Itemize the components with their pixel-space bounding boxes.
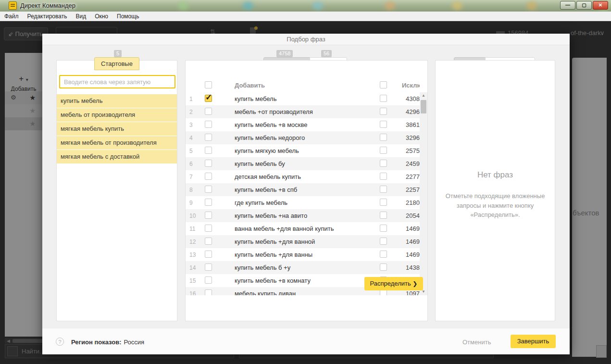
exclude-checkbox[interactable] (380, 173, 387, 180)
menu-item-1[interactable]: Редактировать (23, 12, 72, 21)
shows-count: 2575 (406, 147, 420, 154)
exclude-checkbox[interactable] (380, 95, 387, 102)
vertical-scrollbar[interactable]: ▲ ▼ (420, 92, 427, 295)
exclude-checkbox[interactable] (380, 199, 387, 206)
phrase-text: купить мягкую мебель (235, 147, 299, 154)
row-index: 12 (189, 238, 196, 245)
row-index: 13 (189, 251, 196, 258)
empty-state-title: Нет фраз (436, 170, 555, 180)
table-row: 2мебель +от производителя4296 (186, 105, 420, 118)
exclude-checkbox[interactable] (380, 121, 387, 128)
table-row: 13купить мебель +для ванны1469 (186, 248, 420, 261)
shows-count: 2054 (406, 212, 420, 219)
add-checkbox[interactable] (205, 276, 212, 284)
add-checkbox[interactable] (205, 264, 212, 271)
exclude-checkbox[interactable] (380, 264, 387, 271)
taskbar-blob (385, 1, 395, 10)
help-icon[interactable]: ? (56, 338, 64, 346)
scroll-up-icon[interactable]: ▲ (420, 92, 427, 99)
taskbar-blob (526, 1, 537, 10)
tab-starting[interactable]: Стартовые (94, 57, 139, 70)
menu-item-2[interactable]: Вид (71, 12, 90, 21)
row-index: 1 (189, 96, 193, 102)
shows-count: 3296 (406, 134, 420, 141)
region-value: Россия (124, 339, 144, 346)
empty-state-hint: Отметьте подходящие вложенные запросы и … (437, 191, 553, 220)
table-row: 5купить мягкую мебель2575 (186, 144, 420, 157)
modal-footer: ? Регион показов:Россия Отменить Заверши… (42, 328, 570, 354)
exclude-checkbox[interactable] (380, 225, 387, 232)
menu-item-4[interactable]: Помощь (112, 12, 143, 21)
exclude-checkbox[interactable] (380, 134, 387, 141)
region-label: Регион показов: (71, 339, 121, 346)
starting-phrase-item[interactable]: мягкая мебель от производителя (57, 136, 177, 150)
check-icon: ✓ (205, 92, 212, 102)
finish-button[interactable]: Завершить (511, 335, 556, 348)
add-checkbox[interactable] (205, 173, 212, 180)
phrase-text: купить мебель +в комнату (235, 277, 311, 284)
taskbar-blob (178, 1, 188, 10)
exclude-checkbox[interactable] (380, 160, 387, 167)
phrase-text: купить мебель +в москве (235, 121, 308, 128)
shows-count: 1097 (406, 290, 420, 295)
exclude-checkbox[interactable] (380, 186, 387, 193)
add-checkbox[interactable] (205, 186, 212, 193)
select-all-add-checkbox[interactable] (205, 81, 212, 88)
phrase-text: мебель купить диван (235, 290, 296, 295)
close-button[interactable]: ✕ (593, 1, 608, 10)
shows-count: 2459 (406, 160, 420, 167)
region-row: Регион показов:Россия (71, 339, 144, 346)
exclude-checkbox[interactable] (380, 108, 387, 115)
row-index: 3 (189, 122, 193, 128)
shows-count: 2277 (406, 173, 420, 180)
add-checkbox[interactable] (205, 225, 212, 232)
add-checkbox[interactable] (205, 251, 212, 258)
window-titlebar[interactable]: Директ Коммандер — ▢ ✕ (0, 0, 611, 12)
add-checkbox[interactable] (205, 147, 212, 154)
add-checkbox[interactable] (205, 134, 212, 141)
table-row: 8купить мебель +в спб2257 (186, 183, 420, 196)
minimize-button[interactable]: — (560, 1, 575, 10)
select-all-exclude-checkbox[interactable] (380, 81, 387, 88)
scrollbar-thumb[interactable] (421, 100, 426, 113)
modal-title: Подбор фраз (42, 34, 570, 45)
menu-item-0[interactable]: Файл (0, 12, 23, 21)
add-checkbox[interactable] (205, 289, 212, 295)
add-checkbox[interactable] (205, 212, 212, 219)
phrase-text: купить мебель недорого (235, 134, 305, 141)
maximize-button[interactable]: ▢ (576, 1, 592, 10)
starting-phrase-item[interactable]: купить мебель (57, 94, 177, 108)
exclude-checkbox[interactable] (380, 147, 387, 154)
phrase-text: где купить мебель (235, 199, 287, 206)
table-row: 3купить мебель +в москве3861 (186, 118, 420, 131)
add-checkbox[interactable] (205, 160, 212, 167)
add-checkbox[interactable] (205, 108, 212, 115)
distribute-button[interactable]: Распределить ❯ (364, 277, 423, 290)
starting-phrase-item[interactable]: мягкая мебель купить (57, 122, 177, 136)
shows-count: 4308 (406, 95, 420, 102)
add-checkbox[interactable] (205, 199, 212, 206)
keywords-input[interactable] (59, 75, 175, 88)
phrase-picker-modal: Подбор фраз 5 Стартовые купить мебельмеб… (42, 34, 570, 354)
exclude-checkbox[interactable] (380, 238, 387, 245)
menu-item-3[interactable]: Окно (90, 12, 112, 21)
shows-count: 3861 (406, 121, 420, 128)
row-index: 15 (189, 277, 196, 284)
phrase-text: купить мебель +для ванны (235, 251, 312, 258)
exclude-checkbox[interactable] (380, 212, 387, 219)
modal-header: Подбор фраз (42, 34, 570, 45)
column-exclude: Исключить (402, 82, 420, 89)
exclude-checkbox[interactable] (380, 251, 387, 258)
add-checkbox[interactable] (205, 238, 212, 245)
phrase-text: купить мебель +на авито (235, 212, 307, 219)
starting-phrase-item[interactable]: мягкая мебель с доставкой (57, 150, 177, 163)
cancel-button[interactable]: Отменить (462, 339, 491, 346)
nested-badge: 4758 (276, 50, 293, 57)
starting-phrase-item[interactable]: мебель от производителя (57, 108, 177, 122)
table-row: 12купить мебель +для ванной1469 (186, 235, 420, 248)
add-checkbox[interactable]: ✓ (205, 95, 212, 102)
phrase-text: детская мебель купить (235, 173, 301, 180)
add-checkbox[interactable] (205, 121, 212, 128)
app-logo-icon (9, 1, 17, 10)
table-row: 10купить мебель +на авито2054 (186, 209, 420, 222)
